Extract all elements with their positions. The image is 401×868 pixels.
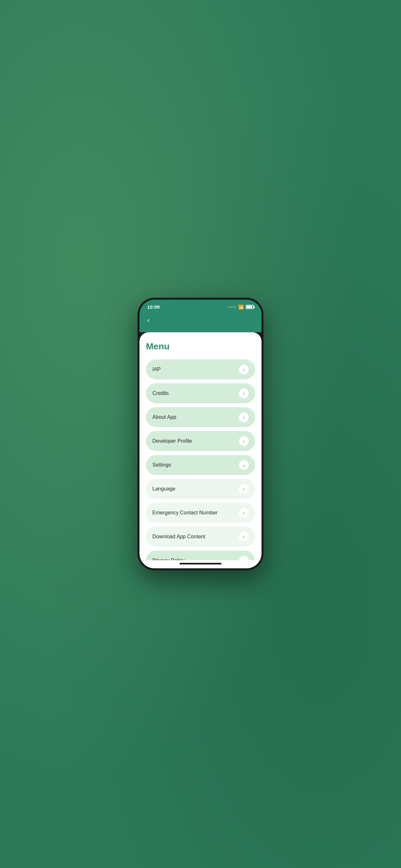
menu-item-chevron-about-app: › <box>239 412 249 422</box>
back-button[interactable]: ‹ <box>147 315 150 326</box>
menu-item-chevron-download-app-content: › <box>239 532 249 541</box>
menu-item-iap[interactable]: IAP› <box>146 360 255 379</box>
status-icons: 📶 <box>228 305 254 310</box>
content-area: Menu IAP›Credits›About App›Developer Pro… <box>140 332 261 560</box>
menu-list: IAP›Credits›About App›Developer Profile›… <box>146 360 255 560</box>
phone-screen: 10:09 📶 ‹ Menu IAP› <box>140 300 261 568</box>
menu-item-settings[interactable]: Settings⌄ <box>146 455 255 475</box>
menu-item-download-app-content[interactable]: Download App Content› <box>146 527 255 547</box>
home-indicator <box>140 560 261 568</box>
menu-item-privacy-policy[interactable]: Privacy Policy› <box>146 551 255 560</box>
menu-item-chevron-credits: › <box>239 389 249 398</box>
wifi-icon: 📶 <box>238 305 244 310</box>
menu-item-chevron-developer-profile: › <box>239 436 249 446</box>
menu-item-chevron-language: › <box>239 484 249 494</box>
status-bar: 10:09 📶 <box>140 300 261 312</box>
menu-item-emergency-contact[interactable]: Emergency Contact Number› <box>146 503 255 523</box>
menu-item-language[interactable]: Language› <box>146 479 255 499</box>
menu-item-label-language: Language <box>152 486 175 492</box>
phone-frame: 10:09 📶 ‹ Menu IAP› <box>137 298 264 570</box>
menu-item-chevron-privacy-policy: › <box>239 556 249 560</box>
battery-icon <box>246 305 254 309</box>
menu-item-chevron-settings: ⌄ <box>239 460 249 470</box>
menu-item-label-developer-profile: Developer Profile <box>152 438 192 444</box>
page-title: Menu <box>146 341 255 352</box>
menu-item-label-credits: Credits <box>152 391 169 396</box>
menu-item-label-iap: IAP <box>152 367 161 372</box>
menu-item-label-privacy-policy: Privacy Policy <box>152 558 185 560</box>
header: ‹ <box>140 312 261 332</box>
home-bar <box>180 563 221 564</box>
menu-item-label-emergency-contact: Emergency Contact Number <box>152 510 218 516</box>
menu-item-label-settings: Settings <box>152 462 171 468</box>
menu-item-about-app[interactable]: About App› <box>146 407 255 427</box>
signal-icon <box>228 306 236 308</box>
menu-item-label-about-app: About App <box>152 414 176 420</box>
menu-item-developer-profile[interactable]: Developer Profile› <box>146 431 255 451</box>
menu-item-label-download-app-content: Download App Content <box>152 534 205 539</box>
menu-item-credits[interactable]: Credits› <box>146 383 255 403</box>
menu-item-chevron-emergency-contact: › <box>239 508 249 518</box>
status-time: 10:09 <box>147 304 159 310</box>
menu-item-chevron-iap: › <box>239 365 249 374</box>
